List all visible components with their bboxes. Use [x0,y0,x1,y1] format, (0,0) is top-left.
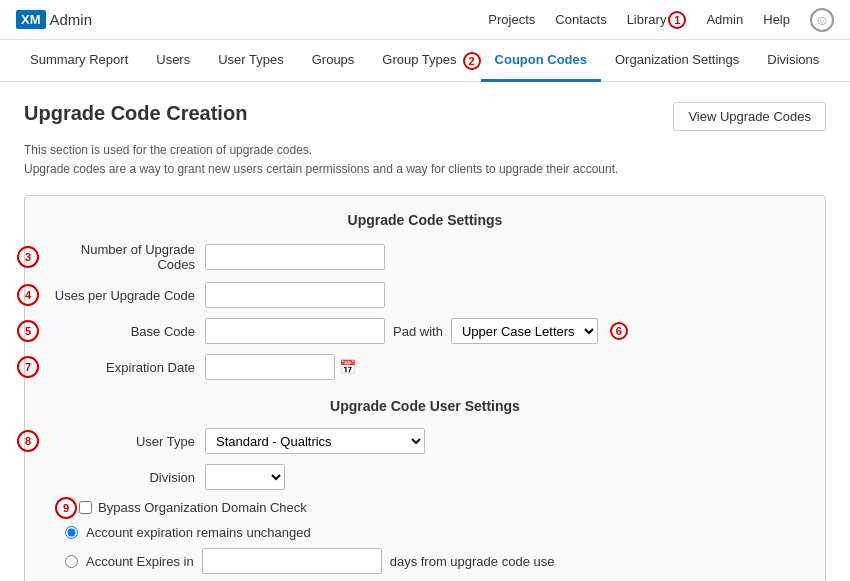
expires-in-days-input[interactable] [202,548,382,574]
settings-box: Upgrade Code Settings 3 Number of Upgrad… [24,195,826,581]
expiration-date-row: 7 Expiration Date 📅 [45,354,805,380]
tab-divisions[interactable]: Divisions [753,40,833,82]
tab-groups[interactable]: Groups [298,40,369,82]
view-upgrade-codes-button[interactable]: View Upgrade Codes [673,102,826,131]
page-header: Upgrade Code Creation View Upgrade Codes [24,102,826,131]
uses-per-code-input[interactable] [205,282,385,308]
nav-contacts[interactable]: Contacts [555,12,606,27]
radio-unchanged[interactable] [65,526,78,539]
user-settings-section: Upgrade Code User Settings 8 User Type S… [45,398,805,581]
division-label: Division [45,470,205,485]
nav-projects[interactable]: Projects [488,12,535,27]
annotation-8: 8 [17,430,39,452]
annotation-3: 3 [17,246,39,268]
annotation-4: 4 [17,284,39,306]
annotation-6: 6 [610,322,628,340]
xm-logo-text: XM [16,10,46,29]
expires-in-suffix: days from upgrade code use [390,554,555,569]
upgrade-code-settings-title: Upgrade Code Settings [45,212,805,228]
user-settings-title: Upgrade Code User Settings [45,398,805,414]
uses-per-code-row: 4 Uses per Upgrade Code [45,282,805,308]
app-label: Admin [50,11,93,28]
pad-with-label: Pad with [393,324,443,339]
desc-line-1: This section is used for the creation of… [24,141,826,160]
radio-unchanged-label: Account expiration remains unchanged [86,525,311,540]
radio-group: Account expiration remains unchanged Acc… [65,525,805,581]
nav-library[interactable]: Library [627,12,667,27]
annotation-5: 5 [17,320,39,342]
tab-summary-report[interactable]: Summary Report [16,40,142,82]
user-avatar-icon[interactable]: ☺ [810,8,834,32]
top-nav: XM Admin Projects Contacts Library 1 Adm… [0,0,850,40]
radio-unchanged-row: Account expiration remains unchanged [65,525,805,540]
secondary-nav: Summary Report Users User Types Groups G… [0,40,850,82]
group-types-badge: 2 [463,52,481,70]
page-title: Upgrade Code Creation [24,102,247,125]
nav-admin[interactable]: Admin [706,12,743,27]
uses-per-code-label: Uses per Upgrade Code [45,288,205,303]
base-code-pad-wrap: Pad with Upper Case Letters Lower Case L… [205,318,628,344]
base-code-input[interactable] [205,318,385,344]
annotation-9: 9 [55,497,77,519]
xm-logo: XM Admin [16,10,92,29]
num-codes-row: 3 Number of Upgrade Codes [45,242,805,272]
expiration-date-label: Expiration Date [45,360,205,375]
expiration-date-wrap: 📅 [205,354,356,380]
nav-help[interactable]: Help [763,12,790,27]
pad-with-select[interactable]: Upper Case Letters Lower Case Letters Nu… [451,318,598,344]
radio-expires-in-row: Account Expires in days from upgrade cod… [65,548,805,574]
user-type-label: User Type [45,434,205,449]
bypass-checkbox[interactable] [79,501,92,514]
division-select[interactable] [205,464,285,490]
num-codes-input[interactable] [205,244,385,270]
tab-coupon-codes[interactable]: Coupon Codes [481,40,601,82]
division-row: Division [45,464,805,490]
expiration-calendar-icon[interactable]: 📅 [339,359,356,375]
base-code-label: Base Code [45,324,205,339]
expiration-date-input[interactable] [205,354,335,380]
user-type-select[interactable]: Standard - Qualtrics Standard - Research… [205,428,425,454]
desc-line-2: Upgrade codes are a way to grant new use… [24,160,826,179]
annotation-7: 7 [17,356,39,378]
tab-user-types[interactable]: User Types [204,40,298,82]
user-type-row: 8 User Type Standard - Qualtrics Standar… [45,428,805,454]
page-description: This section is used for the creation of… [24,141,826,179]
radio-expires-in-label: Account Expires in [86,554,194,569]
base-code-row: 5 Base Code Pad with Upper Case Letters … [45,318,805,344]
tab-organization-settings[interactable]: Organization Settings [601,40,753,82]
bypass-row: 9 Bypass Organization Domain Check [65,500,805,515]
library-badge: 1 [668,11,686,29]
tab-group-types[interactable]: Group Types [368,40,460,82]
top-nav-right: Projects Contacts Library 1 Admin Help ☺ [488,8,834,32]
num-codes-label: Number of Upgrade Codes [45,242,205,272]
bypass-label: Bypass Organization Domain Check [98,500,307,515]
radio-expires-in[interactable] [65,555,78,568]
main-content: Upgrade Code Creation View Upgrade Codes… [0,82,850,581]
tab-users[interactable]: Users [142,40,204,82]
